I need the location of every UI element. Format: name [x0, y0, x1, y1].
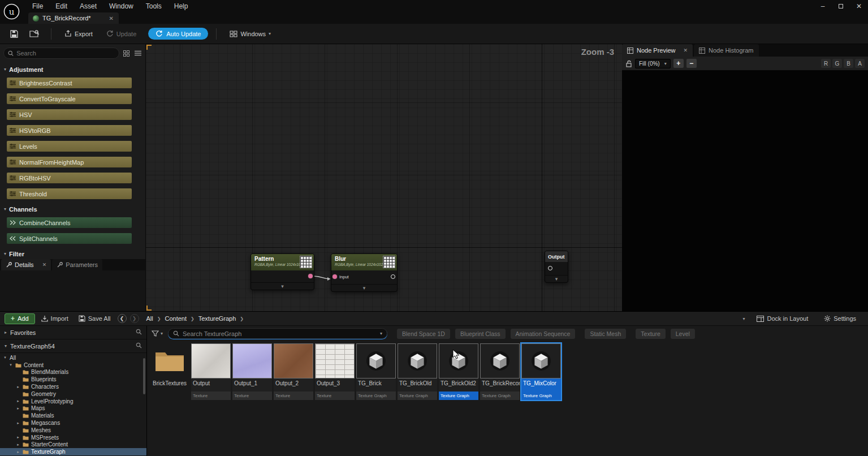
palette-search-box[interactable]	[3, 48, 119, 59]
lock-icon[interactable]	[625, 60, 632, 67]
tree-item-texturegraph[interactable]: ▸TextureGraph	[0, 448, 146, 455]
close-icon[interactable]: ✕	[42, 262, 47, 268]
breadcrumb-content[interactable]: Content	[165, 315, 187, 322]
chevron-right-icon[interactable]: ▸	[16, 406, 20, 411]
dock-in-layout-button[interactable]: Dock in Layout	[753, 315, 812, 322]
asset-search-input[interactable]	[183, 330, 377, 337]
asset-tile-tg-mixcolor[interactable]: TG_MixColor Texture Graph	[521, 343, 561, 400]
tree-item-meshes[interactable]: Meshes	[0, 427, 146, 434]
tree-item-levelprototyping[interactable]: ▸LevelPrototyping	[0, 398, 146, 405]
browse-to-asset-button[interactable]	[26, 27, 43, 41]
update-button[interactable]: Update	[101, 28, 141, 40]
collection-section[interactable]: ▾ TextureGraph54	[0, 339, 146, 353]
chevron-down-icon[interactable]: ▾	[8, 363, 13, 367]
favorites-section[interactable]: ▸ Favorites	[0, 326, 146, 339]
node-preview-viewport[interactable]	[622, 70, 868, 311]
filter-chip-level[interactable]: Level	[671, 329, 695, 339]
palette-node-hsv[interactable]: HSV	[7, 109, 132, 120]
zoom-in-button[interactable]: +	[673, 59, 684, 68]
tree-item-materials[interactable]: Materials	[0, 412, 146, 419]
palette-node-levels[interactable]: Levels	[7, 141, 132, 152]
tab-tg-brickrecord[interactable]: TG_BrickRecord* ✕	[28, 12, 119, 24]
zoom-out-button[interactable]: −	[686, 59, 697, 68]
node-output-header[interactable]: Output	[545, 251, 568, 262]
tree-item-characters[interactable]: ▸Characters	[0, 383, 146, 390]
tab-details[interactable]: Details ✕	[1, 259, 51, 270]
save-all-button[interactable]: Save All	[75, 315, 115, 322]
tree-item-all[interactable]: ▾All	[0, 354, 146, 362]
output-pin[interactable]	[308, 274, 313, 278]
node-blur-expander[interactable]: ▾	[331, 284, 397, 291]
tree-item-blendmaterials[interactable]: BlendMaterials	[0, 369, 146, 376]
menu-window[interactable]: Window	[103, 0, 140, 12]
filter-chip-blueprint-class[interactable]: Blueprint Class	[455, 329, 506, 339]
grid-view-icon[interactable]	[122, 49, 131, 58]
node-pattern-expander[interactable]: ▾	[251, 282, 314, 290]
tab-parameters[interactable]: Parameters	[52, 259, 102, 270]
palette-node-threshold[interactable]: Threshold	[7, 188, 132, 199]
node-blur-header[interactable]: Blur RGBA,Byte, Linear 1024x1024	[331, 254, 397, 270]
import-button[interactable]: Import	[37, 315, 72, 322]
breadcrumb-all[interactable]: All	[146, 315, 153, 322]
channel-g-button[interactable]: G	[832, 59, 842, 68]
minimize-button[interactable]: –	[814, 0, 832, 12]
node-pattern[interactable]: Pattern RGBA,Byte, Linear 1024x1024 ▾	[251, 253, 314, 290]
filter-chip-texture[interactable]: Texture	[636, 329, 665, 339]
palette-node-brightnesscontrast[interactable]: BrightnessContrast	[7, 78, 132, 88]
menu-file[interactable]: File	[26, 0, 49, 12]
asset-tile-bricktextures[interactable]: BrickTextures	[150, 343, 189, 392]
tree-item-content[interactable]: ▾Content	[0, 362, 146, 369]
palette-node-rgbtohsv[interactable]: RGBtoHSV	[7, 173, 132, 183]
palette-node-combinechannels[interactable]: CombineChannels	[7, 217, 132, 228]
breadcrumb-texturegraph[interactable]: TextureGraph	[198, 315, 236, 322]
export-button[interactable]: Export	[59, 28, 98, 40]
asset-tile-tg-brickold[interactable]: TG_BrickOld Texture Graph	[398, 343, 437, 400]
asset-search-box[interactable]: ▾	[168, 328, 387, 339]
settings-button[interactable]: Settings	[820, 315, 860, 322]
chevron-right-icon[interactable]: ▸	[16, 399, 20, 403]
chevron-right-icon[interactable]: ▸	[16, 385, 20, 389]
search-icon[interactable]	[136, 342, 142, 350]
node-pattern-header[interactable]: Pattern RGBA,Byte, Linear 1024x1024	[251, 254, 314, 270]
palette-section-channels[interactable]: ▾ Channels	[0, 204, 145, 214]
windows-dropdown[interactable]: Windows ▾	[224, 28, 276, 40]
asset-tile-tg-brickrecord[interactable]: TG_BrickRecord Texture Graph	[480, 343, 520, 400]
tab-node-preview[interactable]: Node Preview ✕	[622, 44, 693, 57]
back-button[interactable]: ❮	[118, 314, 127, 323]
palette-node-hsvtorgb[interactable]: HSVtoRGB	[7, 125, 132, 136]
search-icon[interactable]	[136, 329, 142, 336]
tree-item-blueprints[interactable]: Blueprints	[0, 376, 146, 383]
tree-item-megascans[interactable]: ▸Megascans	[0, 419, 146, 427]
list-view-icon[interactable]	[133, 49, 142, 58]
palette-section-adjustment[interactable]: ▾ Adjustment	[0, 64, 145, 74]
palette-node-converttograyscale[interactable]: ConvertToGrayscale	[7, 93, 132, 104]
close-icon[interactable]: ✕	[683, 48, 688, 53]
menu-help[interactable]: Help	[168, 0, 195, 12]
chevron-down-icon[interactable]: ▾	[5, 343, 7, 349]
forward-button[interactable]: ❯	[130, 314, 139, 323]
chevron-right-icon[interactable]: ▸	[16, 450, 20, 454]
filter-button[interactable]: ▾	[152, 330, 163, 337]
channel-b-button[interactable]: B	[844, 59, 853, 68]
filter-chip-static-mesh[interactable]: Static Mesh	[585, 329, 626, 339]
palette-search-input[interactable]	[16, 50, 115, 57]
chevron-right-icon[interactable]: ▸	[16, 442, 20, 447]
menu-tools[interactable]: Tools	[140, 0, 168, 12]
tab-close-icon[interactable]: ✕	[109, 15, 114, 21]
close-button[interactable]: ✕	[850, 0, 868, 12]
save-button[interactable]	[6, 27, 23, 41]
node-blur[interactable]: Blur RGBA,Byte, Linear 1024x1024 Input ▾	[331, 253, 398, 292]
tree-item-maps[interactable]: ▸Maps	[0, 405, 146, 412]
auto-update-button[interactable]: Auto Update	[148, 28, 208, 40]
menu-asset[interactable]: Asset	[74, 0, 103, 12]
chevron-right-icon[interactable]: ▸	[16, 421, 20, 425]
filter-chip-animation-sequence[interactable]: Animation Sequence	[511, 329, 576, 339]
fill-mode-dropdown[interactable]: Fill (0%) ▾	[635, 59, 671, 68]
tree-item-startercontent[interactable]: ▸StarterContent	[0, 441, 146, 449]
tree-item-geometry[interactable]: Geometry	[0, 390, 146, 398]
node-output[interactable]: Output ▾	[545, 251, 568, 283]
scrollbar[interactable]	[143, 358, 145, 394]
input-pin[interactable]	[548, 266, 552, 270]
chevron-right-icon[interactable]: ▸	[5, 330, 7, 335]
chevron-down-icon[interactable]: ▾	[742, 316, 745, 321]
